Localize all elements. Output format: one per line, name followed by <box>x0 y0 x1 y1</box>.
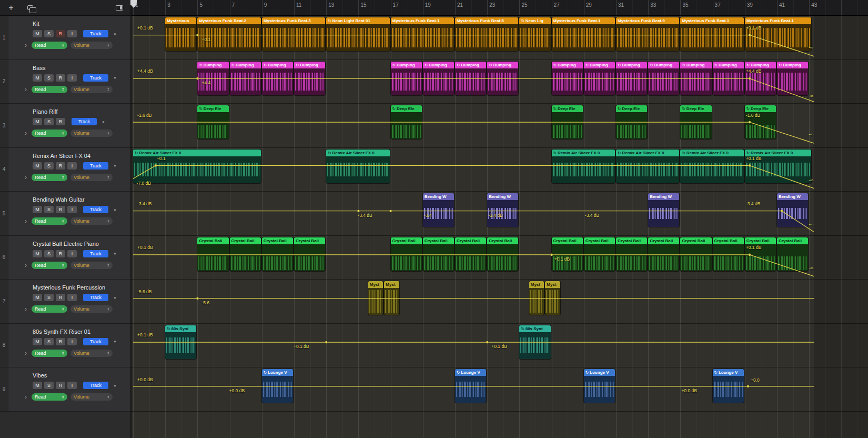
solo-button[interactable]: S <box>44 162 54 170</box>
track-header-row[interactable]: 4Remix Air Slicer FX 04MSRITrack●›ReadVo… <box>0 148 130 192</box>
mute-button[interactable]: M <box>33 118 42 125</box>
automation-lane[interactable] <box>132 148 868 192</box>
track-header-row[interactable]: 880s Synth FX Riser 01MSRITrack●›ReadVol… <box>0 324 130 368</box>
automation-point[interactable] <box>550 253 553 256</box>
track-mode-button[interactable]: Track <box>72 118 97 125</box>
disclosure-chevron-icon[interactable]: › <box>23 86 28 93</box>
freeze-dot[interactable]: ● <box>114 207 116 212</box>
freeze-dot[interactable]: ● <box>114 339 116 344</box>
track-number[interactable]: 5 <box>0 192 8 235</box>
track-header-row[interactable]: 3Piano RiffMSRTrack●›ReadVolume <box>0 104 130 148</box>
mute-button[interactable]: M <box>33 382 42 389</box>
automation-point[interactable] <box>196 34 199 36</box>
track-lane[interactable]: ↻Lounge V↻Lounge V↻Lounge V↻Lounge V+0.0… <box>132 367 868 412</box>
input-monitor-button[interactable]: I <box>67 206 77 213</box>
input-monitor-button[interactable]: I <box>67 162 77 170</box>
automation-lane[interactable] <box>132 104 868 148</box>
automation-mode-button[interactable]: Read <box>32 393 67 401</box>
freeze-dot[interactable]: ● <box>114 32 116 36</box>
automation-param-button[interactable]: Volume <box>70 174 113 181</box>
mute-button[interactable]: M <box>33 206 42 213</box>
track-mode-button[interactable]: Track <box>83 162 108 170</box>
track-mode-button[interactable]: Track <box>83 294 108 301</box>
solo-button[interactable]: S <box>44 30 54 37</box>
automation-lane[interactable] <box>132 280 868 324</box>
header-view-options-button[interactable] <box>114 3 125 13</box>
automation-param-button[interactable]: Volume <box>70 350 113 357</box>
disclosure-chevron-icon[interactable]: › <box>23 393 28 401</box>
automation-param-button[interactable]: Volume <box>70 393 113 401</box>
duplicate-track-button[interactable] <box>24 3 36 13</box>
automation-point[interactable] <box>389 210 392 212</box>
track-header-row[interactable]: 5Bending Wah GuitarMSRITrack●›ReadVolume <box>0 192 130 236</box>
automation-point[interactable] <box>325 341 328 343</box>
track-number[interactable]: 7 <box>0 280 8 323</box>
track-number[interactable]: 3 <box>0 104 8 147</box>
automation-point[interactable] <box>196 77 199 79</box>
automation-param-button[interactable]: Volume <box>70 217 113 225</box>
input-monitor-button[interactable]: I <box>67 338 77 345</box>
record-button[interactable]: R <box>56 162 65 170</box>
automation-line[interactable] <box>133 254 814 276</box>
disclosure-chevron-icon[interactable]: › <box>23 305 28 313</box>
disclosure-chevron-icon[interactable]: › <box>23 262 28 269</box>
automation-line[interactable] <box>133 78 814 102</box>
track-lane[interactable]: ↻Bumping↻Bumping↻Bumping↻Bumping↻Bumping… <box>132 60 868 104</box>
automation-mode-button[interactable]: Read <box>32 262 67 269</box>
automation-lane[interactable] <box>132 236 868 280</box>
automation-mode-button[interactable]: Read <box>32 86 67 93</box>
track-lane[interactable]: Bending WBending WBending WBending W-3.4… <box>132 192 868 236</box>
track-header-row[interactable]: 1KitMSRITrack●›ReadVolume <box>0 16 130 60</box>
track-lane[interactable]: MystMystMystMyst-5.6 dB-5.6 <box>132 280 868 324</box>
freeze-dot[interactable]: ● <box>114 163 116 168</box>
freeze-dot[interactable]: ● <box>114 295 116 300</box>
mute-button[interactable]: M <box>33 30 42 37</box>
track-number[interactable]: 1 <box>0 16 8 59</box>
track-lane[interactable]: Crystal BallCrystal BallCrystal BallCrys… <box>132 236 868 280</box>
track-name[interactable]: Remix Air Slicer FX 04 <box>33 153 127 159</box>
automation-point[interactable] <box>486 341 489 343</box>
track-name[interactable]: Mysterious Funk Percussion <box>33 284 127 291</box>
track-name[interactable]: Vibes <box>33 372 127 379</box>
automation-point[interactable] <box>749 77 751 79</box>
track-mode-button[interactable]: Track <box>83 338 108 345</box>
bar-ruler[interactable]: 135791113151719212325272931333537394143 <box>132 0 868 16</box>
track-mode-button[interactable]: Track <box>83 30 108 37</box>
mute-button[interactable]: M <box>33 162 42 170</box>
automation-line[interactable] <box>133 122 814 143</box>
freeze-dot[interactable]: ● <box>114 251 116 256</box>
automation-param-button[interactable]: Volume <box>70 42 113 49</box>
track-mode-button[interactable]: Track <box>83 74 108 82</box>
automation-param-button[interactable]: Volume <box>70 86 113 93</box>
automation-point[interactable] <box>747 385 750 388</box>
track-lane[interactable]: ↻Deep Ele↻Deep Ele↻Deep Ele↻Deep Ele↻Dee… <box>132 104 868 148</box>
track-header-row[interactable]: 9VibesMSRITrack●›ReadVolume <box>0 367 130 412</box>
disclosure-chevron-icon[interactable]: › <box>23 350 28 357</box>
automation-point[interactable] <box>749 34 751 36</box>
automation-point[interactable] <box>155 164 157 167</box>
automation-point[interactable] <box>749 121 751 124</box>
track-number[interactable]: 6 <box>0 236 8 280</box>
automation-mode-button[interactable]: Read <box>32 130 67 137</box>
automation-param-button[interactable]: Volume <box>70 130 113 137</box>
mute-button[interactable]: M <box>33 338 42 345</box>
record-button[interactable]: R <box>56 118 65 125</box>
freeze-dot[interactable]: ● <box>102 120 105 124</box>
track-header-row[interactable]: 6Crystal Ball Electric PianoMSRITrack●›R… <box>0 236 130 280</box>
automation-param-button[interactable]: Volume <box>70 305 113 313</box>
disclosure-chevron-icon[interactable]: › <box>23 130 28 137</box>
automation-line[interactable] <box>133 35 814 56</box>
automation-lane[interactable] <box>132 60 868 104</box>
automation-lane[interactable] <box>132 16 868 60</box>
input-monitor-button[interactable]: I <box>67 294 77 301</box>
track-header-row[interactable]: 7Mysterious Funk PercussionMSRITrack●›Re… <box>0 280 130 324</box>
track-number[interactable]: 8 <box>0 324 8 367</box>
disclosure-chevron-icon[interactable]: › <box>23 42 28 49</box>
track-lane[interactable]: ↻80s Synt↻80s Synt+0.1 dB+0.1 dB+0.1 dB <box>132 324 868 368</box>
automation-line[interactable] <box>133 211 814 232</box>
solo-button[interactable]: S <box>44 206 54 213</box>
freeze-dot[interactable]: ● <box>114 75 116 80</box>
track-name[interactable]: Crystal Ball Electric Piano <box>33 241 127 247</box>
track-number[interactable]: 9 <box>0 367 8 411</box>
track-lane[interactable]: ↻Remix Air Slicer FX 0↻Remix Air Slicer … <box>132 148 868 192</box>
